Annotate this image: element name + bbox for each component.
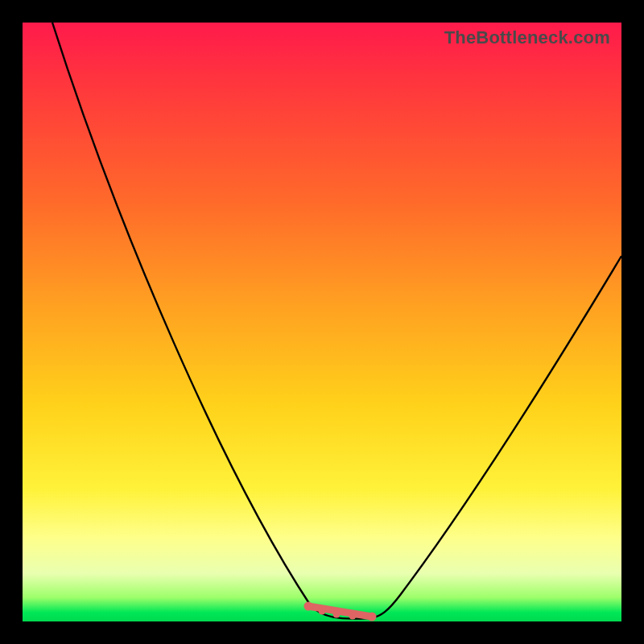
curve-overlay (23, 23, 621, 621)
svg-point-1 (304, 602, 313, 611)
svg-point-3 (333, 611, 341, 618)
svg-line-0 (308, 606, 372, 617)
svg-point-4 (349, 613, 357, 620)
chart-frame: TheBottleneck.com (0, 0, 644, 644)
svg-point-5 (368, 613, 377, 621)
watermark-text: TheBottleneck.com (444, 27, 610, 48)
plot-area: TheBottleneck.com (23, 23, 621, 621)
svg-point-2 (319, 608, 326, 615)
bottleneck-curve (52, 23, 621, 619)
